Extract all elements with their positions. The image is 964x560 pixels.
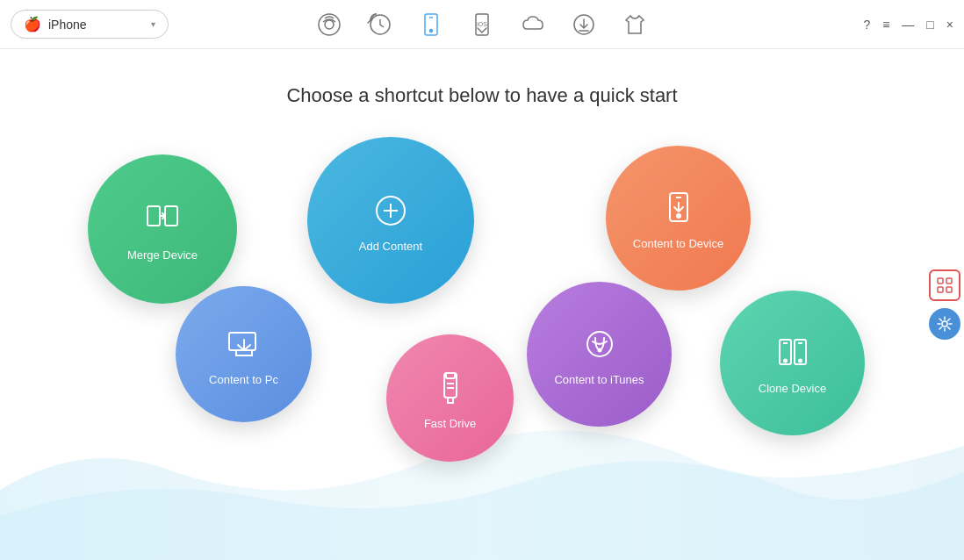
toolbar-download-icon[interactable]	[571, 11, 597, 38]
svg-point-28	[784, 360, 787, 363]
chevron-down-icon: ▾	[151, 19, 155, 29]
close-button[interactable]: ×	[946, 18, 953, 31]
clone-device-label: Clone Device	[759, 382, 826, 395]
merge-device-label: Merge Device	[127, 248, 198, 262]
content-to-device-label: Content to Device	[633, 237, 723, 250]
content-to-itunes-button[interactable]: Content to iTunes	[527, 282, 672, 427]
toolbar: iOS	[316, 11, 648, 38]
toolbar-ios-icon[interactable]: iOS	[469, 11, 495, 38]
fast-drive-label: Fast Drive	[424, 417, 476, 430]
toolbar-music-icon[interactable]	[316, 11, 342, 38]
svg-text:iOS: iOS	[477, 21, 487, 27]
title-bar: 🍎 iPhone ▾	[0, 0, 964, 49]
merge-device-button[interactable]: Merge Device	[88, 154, 237, 304]
main-content: Choose a shortcut below to have a quick …	[0, 49, 964, 560]
svg-rect-11	[165, 206, 177, 226]
svg-rect-33	[946, 278, 952, 284]
content-to-itunes-label: Content to iTunes	[554, 373, 644, 386]
toolbar-cloud-icon[interactable]	[520, 11, 546, 38]
svg-point-31	[799, 360, 802, 363]
content-to-pc-label: Content to Pc	[209, 373, 278, 386]
grid-view-button[interactable]	[929, 269, 960, 301]
device-name: iPhone	[48, 18, 87, 32]
toolbar-backup-icon[interactable]	[367, 11, 393, 38]
minimize-button[interactable]: —	[902, 18, 914, 31]
page-title: Choose a shortcut below to have a quick …	[0, 84, 964, 107]
content-to-pc-button[interactable]: Content to Pc	[176, 286, 312, 422]
svg-point-36	[942, 321, 947, 327]
svg-point-5	[430, 29, 433, 32]
svg-point-1	[325, 20, 334, 29]
menu-button[interactable]: ≡	[882, 18, 889, 31]
toolbar-theme-icon[interactable]	[622, 11, 648, 38]
add-content-label: Add Content	[359, 240, 422, 253]
add-content-button[interactable]: Add Content	[307, 137, 474, 304]
content-to-device-button[interactable]: Content to Device	[606, 146, 751, 291]
svg-rect-34	[938, 287, 943, 292]
fast-drive-button[interactable]: Fast Drive	[386, 334, 514, 462]
svg-rect-10	[147, 206, 160, 226]
help-button[interactable]: ?	[863, 18, 870, 31]
apple-icon: 🍎	[24, 16, 41, 32]
right-sidebar	[929, 269, 964, 340]
svg-point-25	[597, 348, 601, 353]
svg-rect-21	[446, 373, 455, 378]
device-selector[interactable]: 🍎 iPhone ▾	[11, 10, 169, 39]
svg-rect-32	[938, 278, 943, 284]
tools-button[interactable]	[929, 308, 960, 340]
svg-rect-35	[946, 287, 952, 292]
svg-point-17	[677, 214, 680, 218]
toolbar-device-icon[interactable]	[418, 11, 444, 38]
restore-button[interactable]: □	[926, 18, 933, 31]
clone-device-button[interactable]: Clone Device	[720, 291, 865, 435]
circles-container: Merge Device Add Content Content to Devi…	[0, 119, 964, 560]
window-controls: ? ≡ — □ ×	[863, 18, 953, 31]
